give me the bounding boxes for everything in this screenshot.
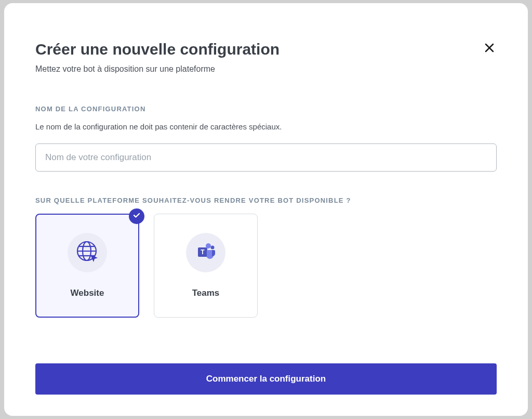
globe-cursor-icon [75,239,100,266]
name-section-helper: Le nom de la configuration ne doit pas c… [35,122,497,131]
platform-icon-wrapper: T [186,233,225,272]
close-icon [484,42,495,56]
modal-subtitle: Mettez votre bot à disposition sur une p… [35,64,482,74]
name-section-label: NOM DE LA CONFIGURATION [35,105,497,113]
platform-icon-wrapper [68,233,107,272]
modal-title: Créer une nouvelle configuration [35,41,482,58]
platform-card-teams[interactable]: T Teams [154,214,258,318]
svg-text:T: T [201,248,205,256]
platform-label: Website [71,288,104,298]
modal-header: Créer une nouvelle configuration Mettez … [35,41,497,74]
teams-icon: T [194,240,217,265]
selected-check-badge [129,208,144,224]
svg-point-5 [211,246,215,250]
configuration-name-input[interactable] [35,143,497,172]
close-button[interactable] [482,41,497,57]
create-configuration-modal: Créer une nouvelle configuration Mettez … [4,3,528,416]
start-configuration-button[interactable]: Commencer la configuration [35,363,497,395]
platform-section-label: SUR QUELLE PLATEFORME SOUHAITEZ-VOUS REN… [35,197,497,204]
svg-point-4 [206,243,211,248]
platform-section: SUR QUELLE PLATEFORME SOUHAITEZ-VOUS REN… [35,197,497,318]
modal-header-text: Créer une nouvelle configuration Mettez … [35,41,482,74]
check-icon [132,211,141,221]
platform-card-website[interactable]: Website [35,214,139,318]
platform-cards: Website T Teams [35,214,497,318]
configuration-name-section: NOM DE LA CONFIGURATION Le nom de la con… [35,105,497,172]
platform-label: Teams [192,288,220,298]
